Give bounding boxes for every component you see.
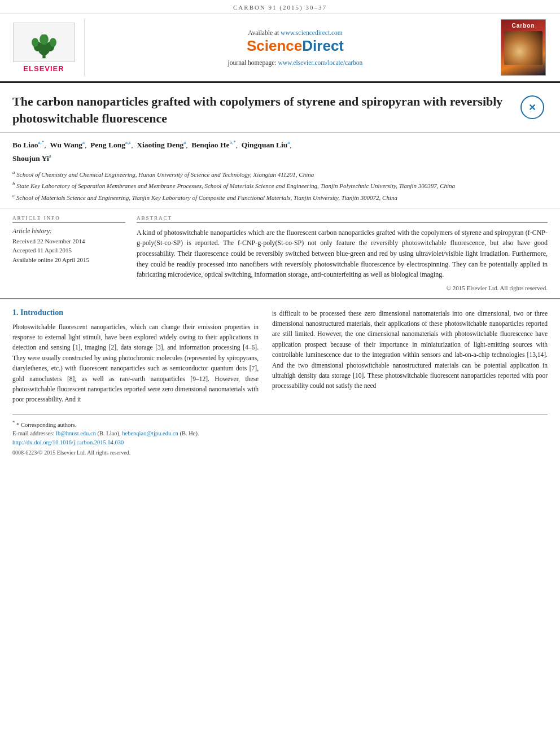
svg-point-6: [40, 34, 49, 45]
carbon-cover-block: Carbon: [498, 19, 549, 76]
carbon-cover-image: Carbon: [501, 19, 546, 76]
top-section: ELSEVIER Available at www.sciencedirect.…: [0, 14, 560, 83]
authors-section: Bo Liaoa,*, Wu Wanga, Peng Longa,c, Xiao…: [0, 133, 560, 208]
crossmark-icon: [520, 95, 544, 119]
affiliation-b: b State Key Laboratory of Separation Mem…: [12, 180, 548, 190]
elsevier-brand: ELSEVIER: [23, 64, 64, 73]
elsevier-logo-block: ELSEVIER: [11, 19, 85, 76]
abstract-col: ABSTRACT A kind of photoswitchable nanop…: [137, 215, 548, 291]
introduction-right-text: is difficult to be processed these zero …: [272, 308, 548, 391]
author-wu-wang: Wu Wang: [50, 141, 82, 149]
journal-homepage-text: journal homepage: www.elsevier.com/locat…: [228, 59, 363, 66]
svg-point-4: [32, 38, 38, 47]
crossmark-block: [517, 93, 548, 119]
elsevier-tree-icon: [27, 34, 61, 59]
journal-homepage-url[interactable]: www.elsevier.com/locate/carbon: [278, 59, 362, 66]
main-col-left: 1. Introduction Photoswitchable fluoresc…: [12, 308, 259, 405]
sciencedirect-url[interactable]: www.sciencedirect.com: [281, 29, 343, 36]
accepted-date: Accepted 11 April 2015: [12, 246, 125, 255]
email1-link[interactable]: lb@hnust.edu.cn: [56, 430, 96, 436]
available-online-date: Available online 20 April 2015: [12, 255, 125, 265]
footer-section: * * Corresponding authors. E-mail addres…: [12, 414, 548, 461]
author-shoujun-yi: Shoujun Yi: [12, 154, 49, 162]
affiliation-c: c School of Materials Science and Engine…: [12, 192, 548, 202]
article-info-title: ARTICLE INFO: [12, 215, 125, 223]
carbon-cover-title: Carbon: [512, 23, 535, 29]
journal-center-block: Available at www.sciencedirect.com Scien…: [93, 19, 498, 76]
email-addresses-note: E-mail addresses: lb@hnust.edu.cn (B. Li…: [12, 429, 548, 438]
carbon-cover-art: [504, 31, 542, 65]
author-peng-long: Peng Long: [90, 141, 125, 149]
email2-link[interactable]: hebenqiao@tjpu.edu.cn: [122, 430, 178, 436]
main-col-right: is difficult to be processed these zero …: [272, 308, 548, 405]
introduction-title: 1. Introduction: [12, 308, 259, 317]
issn-line: 0008-6223/© 2015 Elsevier Ltd. All right…: [12, 449, 548, 456]
article-title-section: The carbon nanoparticles grafted with co…: [0, 83, 560, 133]
corresponding-authors-note: * * Corresponding authors.: [12, 419, 548, 429]
introduction-left-text: Photoswitchable fluorescent nanoparticle…: [12, 322, 259, 405]
sciencedirect-logo: ScienceDirect: [247, 37, 344, 55]
elsevier-logo-img: [13, 23, 75, 62]
article-title: The carbon nanoparticles grafted with co…: [12, 93, 511, 126]
doi-note: http://dx.doi.org/10.1016/j.carbon.2015.…: [12, 438, 548, 447]
journal-header-bar: CARBON 91 (2015) 30–37: [0, 0, 560, 14]
author-xiaoting-deng: Xiaoting Deng: [137, 141, 183, 149]
abstract-title: ABSTRACT: [137, 215, 548, 223]
copyright-line: © 2015 Elsevier Ltd. All rights reserved…: [137, 285, 548, 291]
article-history-label: Article history:: [12, 228, 125, 234]
info-abstract-section: ARTICLE INFO Article history: Received 2…: [0, 208, 560, 299]
svg-point-5: [49, 38, 56, 47]
authors-line: Bo Liaoa,*, Wu Wanga, Peng Longa,c, Xiao…: [12, 138, 548, 165]
affiliations-block: a School of Chemistry and Chemical Engin…: [12, 169, 548, 202]
main-body: 1. Introduction Photoswitchable fluoresc…: [0, 299, 560, 405]
journal-header-text: CARBON 91 (2015) 30–37: [233, 4, 327, 11]
article-title-block: The carbon nanoparticles grafted with co…: [12, 93, 511, 126]
available-text: Available at www.sciencedirect.com: [248, 29, 343, 36]
author-bo-liao: Bo Liao: [12, 141, 38, 149]
author-benqiao-he: Benqiao He: [191, 141, 229, 149]
received-date: Received 22 November 2014: [12, 237, 125, 246]
page-wrapper: CARBON 91 (2015) 30–37 ELSEVIER Av: [0, 0, 560, 461]
affiliation-a: a School of Chemistry and Chemical Engin…: [12, 169, 548, 179]
doi-link[interactable]: http://dx.doi.org/10.1016/j.carbon.2015.…: [12, 439, 124, 445]
author-qingquan-liu: Qingquan Liu: [242, 141, 287, 149]
abstract-text: A kind of photoswitchable nanoparticles …: [137, 228, 548, 280]
article-info-col: ARTICLE INFO Article history: Received 2…: [12, 215, 125, 291]
